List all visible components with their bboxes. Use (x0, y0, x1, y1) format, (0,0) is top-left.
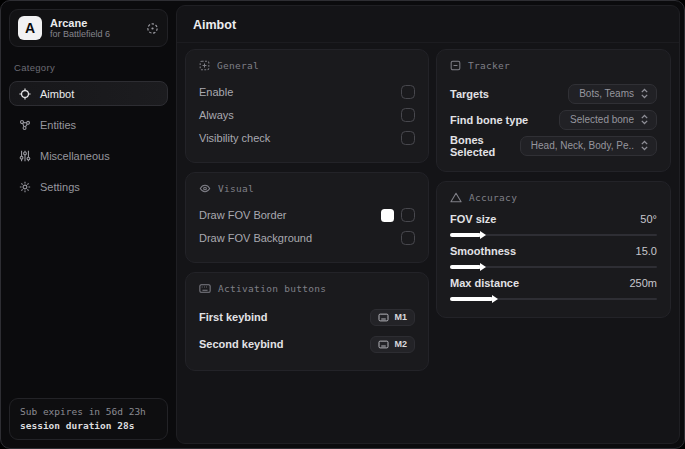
setting-row-draw-fov-border: Draw FOV Border (199, 204, 415, 226)
tracker-icon (450, 60, 461, 71)
keybind-value: M2 (394, 339, 407, 349)
slider-value: 250m (629, 277, 657, 289)
setting-row-first-keybind: First keybind M1 (199, 304, 415, 330)
activation-card-title: Activation buttons (218, 283, 326, 294)
general-card: General Enable Always Visibility check (185, 49, 429, 163)
gear-icon (19, 181, 31, 193)
logo-card: A Arcane for Battlefield 6 (9, 9, 168, 47)
left-column: General Enable Always Visibility check (185, 49, 429, 371)
slider-fill (450, 297, 493, 301)
setting-label: Draw FOV Background (199, 232, 312, 244)
subscription-expiry: Sub expires in 56d 23h (20, 406, 157, 417)
visibility-check-checkbox[interactable] (401, 131, 415, 145)
setting-label: Second keybind (199, 338, 283, 350)
targets-select[interactable]: Bots, Teams (568, 84, 657, 104)
page-title: Aimbot (177, 6, 679, 43)
sidebar-item-label: Entities (40, 119, 76, 131)
keyboard-icon (378, 340, 389, 349)
fov-size-slider[interactable] (450, 234, 657, 236)
crosshair-icon (19, 88, 31, 100)
setting-label: Targets (450, 88, 489, 100)
entities-icon (19, 119, 31, 131)
slider-value: 50° (640, 213, 657, 225)
main-panel: Aimbot General Enable (176, 5, 680, 444)
sidebar-nav: Aimbot Entities Miscella (9, 81, 168, 199)
app-identity: Arcane for Battlefield 6 (50, 17, 138, 40)
sliders-icon (19, 150, 31, 162)
keybind-value: M1 (394, 312, 407, 322)
setting-row-enable: Enable (199, 81, 415, 103)
targets-select-value: Bots, Teams (579, 88, 634, 99)
slider-group-smoothness: Smoothness 15.0 (450, 245, 657, 268)
category-label: Category (14, 62, 168, 73)
always-checkbox[interactable] (401, 108, 415, 122)
setting-row-bones-selected: Bones Selected Head, Neck, Body, Pe.. (450, 133, 657, 158)
app-name: Arcane (50, 17, 138, 30)
visual-card: Visual Draw FOV Border Draw FOV Backgrou… (185, 172, 429, 263)
slider-label: Smoothness (450, 245, 516, 257)
general-card-title: General (217, 60, 259, 71)
sidebar-item-miscellaneous[interactable]: Miscellaneous (9, 143, 168, 168)
tracker-card: Tracker Targets Bots, Teams (436, 49, 671, 172)
sidebar-item-label: Aimbot (40, 88, 74, 100)
slider-fill (450, 265, 481, 269)
keyboard-icon (199, 283, 211, 294)
visual-icon (199, 183, 211, 194)
sidebar-item-settings[interactable]: Settings (9, 174, 168, 199)
activation-card: Activation buttons First keybind M1 (185, 272, 429, 371)
slider-value: 15.0 (636, 245, 657, 257)
setting-label: Draw FOV Border (199, 209, 286, 221)
max-distance-slider[interactable] (450, 298, 657, 300)
chevron-up-down-icon (640, 140, 649, 151)
subscription-card: Sub expires in 56d 23h session duration … (9, 398, 168, 440)
right-column: Tracker Targets Bots, Teams (436, 49, 671, 371)
fov-border-color-swatch[interactable] (381, 209, 394, 222)
setting-label: Visibility check (199, 132, 270, 144)
setting-row-visibility-check: Visibility check (199, 127, 415, 149)
activation-card-header: Activation buttons (199, 283, 415, 294)
slider-group-fov-size: FOV size 50° (450, 213, 657, 236)
find-bone-type-select-value: Selected bone (570, 114, 634, 125)
target-icon[interactable] (146, 22, 159, 35)
general-card-header: General (199, 60, 415, 71)
app-window: A Arcane for Battlefield 6 Category Aimb… (0, 0, 685, 449)
accuracy-icon (450, 192, 462, 203)
setting-row-always: Always (199, 104, 415, 126)
chevron-up-down-icon (640, 114, 649, 125)
setting-label: First keybind (199, 311, 267, 323)
first-keybind-button[interactable]: M1 (370, 309, 415, 326)
sidebar-item-entities[interactable]: Entities (9, 112, 168, 137)
content-area: General Enable Always Visibility check (177, 43, 679, 377)
setting-row-draw-fov-background: Draw FOV Background (199, 227, 415, 249)
visual-card-header: Visual (199, 183, 415, 194)
chevron-up-down-icon (640, 88, 649, 99)
visual-card-title: Visual (218, 183, 254, 194)
smoothness-slider[interactable] (450, 266, 657, 268)
draw-fov-border-checkbox[interactable] (401, 208, 415, 222)
sidebar-item-aimbot[interactable]: Aimbot (9, 81, 168, 106)
setting-label: Bones Selected (450, 134, 520, 158)
app-logo: A (18, 16, 42, 40)
bones-selected-select[interactable]: Head, Neck, Body, Pe.. (520, 136, 657, 156)
setting-label: Find bone type (450, 114, 528, 126)
sidebar: A Arcane for Battlefield 6 Category Aimb… (1, 1, 176, 448)
keyboard-icon (378, 313, 389, 322)
session-duration: session duration 28s (20, 420, 157, 431)
app-subtitle: for Battlefield 6 (50, 29, 138, 39)
find-bone-type-select[interactable]: Selected bone (559, 110, 657, 130)
tracker-card-title: Tracker (468, 60, 510, 71)
draw-fov-background-checkbox[interactable] (401, 231, 415, 245)
sidebar-item-label: Settings (40, 181, 80, 193)
enable-checkbox[interactable] (401, 85, 415, 99)
setting-row-second-keybind: Second keybind M2 (199, 331, 415, 357)
setting-label: Always (199, 109, 234, 121)
setting-label: Enable (199, 86, 233, 98)
accuracy-card-title: Accuracy (469, 192, 517, 203)
second-keybind-button[interactable]: M2 (370, 336, 415, 353)
setting-row-find-bone-type: Find bone type Selected bone (450, 107, 657, 132)
setting-row-targets: Targets Bots, Teams (450, 81, 657, 106)
slider-label: FOV size (450, 213, 496, 225)
bones-selected-select-value: Head, Neck, Body, Pe.. (531, 140, 634, 151)
slider-label: Max distance (450, 277, 519, 289)
tracker-card-header: Tracker (450, 60, 657, 71)
